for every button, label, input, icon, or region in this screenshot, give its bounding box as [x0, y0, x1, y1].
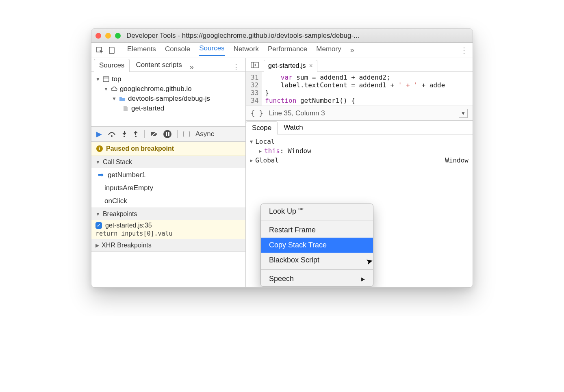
debugger-toolbar: ▶ Async	[91, 126, 245, 142]
line-number: 31	[251, 74, 258, 81]
resume-icon[interactable]: ▶	[96, 130, 102, 139]
paused-text: Paused on breakpoint	[106, 145, 174, 152]
tab-memory[interactable]: Memory	[316, 45, 341, 56]
menu-speech[interactable]: Speech ▶	[261, 271, 373, 286]
tree-top[interactable]: ▼ top	[93, 74, 244, 84]
xhr-breakpoints-header[interactable]: ▶ XHR Breakpoints	[91, 239, 245, 251]
tree-domain-label: googlechrome.github.io	[120, 85, 192, 93]
deactivate-breakpoints-icon[interactable]	[150, 131, 158, 137]
subtabs-kebab-icon[interactable]: ⋮	[229, 63, 243, 71]
scope-local[interactable]: ▼ Local	[250, 137, 469, 146]
stack-frame-2[interactable]: onClick	[91, 195, 245, 208]
tab-network[interactable]: Network	[234, 45, 259, 56]
stack-frame-0[interactable]: getNumber1	[91, 168, 245, 182]
menu-restart-frame[interactable]: Restart Frame	[261, 223, 373, 238]
chevron-down-icon: ▼	[112, 96, 117, 102]
breakpoint-label: get-started.js:35	[105, 222, 152, 229]
menu-copy-stack-trace[interactable]: Copy Stack Trace	[261, 238, 373, 253]
chevron-down-icon: ▼	[95, 76, 100, 82]
line-number: 33	[251, 89, 258, 97]
main-tabbar: Elements Console Sources Network Perform…	[91, 43, 473, 58]
tab-watch[interactable]: Watch	[278, 121, 309, 134]
async-label: Async	[195, 130, 214, 138]
chevron-right-icon: ▶	[250, 158, 253, 163]
subtab-sources[interactable]: Sources	[94, 59, 130, 72]
folder-icon	[119, 96, 126, 102]
zoom-window-icon[interactable]	[115, 33, 121, 39]
menu-divider	[261, 269, 373, 270]
menu-look-up[interactable]: Look Up ""	[261, 204, 373, 219]
titlebar: Developer Tools - https://googlechrome.g…	[91, 29, 473, 43]
tab-console[interactable]: Console	[165, 45, 190, 56]
editor-dropdown-icon[interactable]: ▼	[459, 109, 468, 118]
toggle-navigator-icon[interactable]	[248, 60, 261, 70]
close-tab-icon[interactable]: ×	[309, 62, 312, 69]
pretty-print-icon[interactable]: { }	[251, 109, 263, 117]
scope-global[interactable]: ▶ Global Window	[250, 156, 469, 165]
tab-scope[interactable]: Scope	[246, 121, 278, 134]
tree-folder[interactable]: ▼ devtools-samples/debug-js	[93, 94, 244, 104]
file-tab[interactable]: get-started.js ×	[264, 60, 317, 72]
step-over-icon[interactable]	[108, 131, 116, 137]
settings-kebab-icon[interactable]: ⋮	[460, 46, 468, 55]
left-subtabs: Sources Content scripts » ⋮	[91, 58, 245, 72]
menu-blackbox-script[interactable]: Blackbox Script	[261, 253, 373, 268]
breakpoints-section: ▼ Breakpoints ✓ get-started.js:35 return…	[91, 208, 245, 239]
stack-frame-1[interactable]: inputsAreEmpty	[91, 182, 245, 195]
cursor-position: Line 35, Column 3	[269, 109, 325, 117]
breakpoint-checkbox[interactable]: ✓	[95, 222, 102, 229]
subtabs-overflow-icon[interactable]: »	[190, 63, 194, 71]
line-gutter: 31 32 33 34	[246, 72, 262, 106]
svg-rect-1	[109, 47, 114, 54]
device-toggle-icon[interactable]	[108, 47, 115, 54]
menu-speech-label: Speech	[269, 275, 294, 283]
breakpoint-item[interactable]: ✓ get-started.js:35 return inputs[0].val…	[91, 220, 245, 239]
async-checkbox[interactable]	[183, 131, 190, 137]
inspect-element-icon[interactable]	[96, 47, 104, 54]
line-number: 32	[251, 81, 258, 89]
file-tab-label: get-started.js	[268, 62, 306, 69]
scope-this[interactable]: ▶ this: Window	[250, 146, 469, 156]
traffic-lights	[95, 33, 121, 39]
frame-icon	[103, 76, 109, 82]
xhr-breakpoints-label: XHR Breakpoints	[102, 242, 152, 249]
call-stack-header[interactable]: ▼ Call Stack	[91, 156, 245, 168]
code-text: sum = addend1 + addend2;	[293, 74, 390, 81]
close-window-icon[interactable]	[95, 33, 101, 39]
chevron-right-icon: ▶	[361, 276, 365, 282]
tabs-overflow-icon[interactable]: »	[350, 46, 354, 54]
breakpoints-header-label: Breakpoints	[103, 210, 137, 218]
scope-this-val: : Window	[280, 147, 311, 155]
chevron-right-icon: ▶	[259, 148, 262, 154]
code-text: ' + '	[398, 81, 418, 89]
step-into-icon[interactable]	[121, 130, 127, 138]
file-tabbar: get-started.js ×	[246, 58, 473, 72]
scope-local-label: Local	[255, 138, 275, 145]
stack-frame-label: getNumber1	[108, 171, 146, 179]
minimize-window-icon[interactable]	[105, 33, 111, 39]
pause-on-exceptions-icon[interactable]	[163, 130, 171, 138]
tab-sources[interactable]: Sources	[199, 44, 224, 56]
code-editor[interactable]: 31 32 33 34 var sum = addend1 + addend2;…	[246, 72, 473, 106]
code-text: }	[265, 89, 269, 97]
tab-performance[interactable]: Performance	[268, 45, 307, 56]
info-icon: i	[96, 145, 103, 152]
call-stack-header-label: Call Stack	[103, 158, 132, 166]
tab-elements[interactable]: Elements	[127, 45, 156, 56]
breakpoints-header[interactable]: ▼ Breakpoints	[91, 208, 245, 220]
file-tree: ▼ top ▼ googlechrome.github.io ▼	[91, 72, 245, 126]
scope-global-val: Window	[445, 156, 469, 164]
context-menu: Look Up "" Restart Frame Copy Stack Trac…	[260, 204, 373, 287]
subtab-content-scripts[interactable]: Content scripts	[130, 58, 187, 71]
call-stack-section: ▼ Call Stack getNumber1 inputsAreEmpty o…	[91, 156, 245, 208]
scope-tabbar: Scope Watch	[246, 121, 473, 134]
chevron-down-icon: ▼	[95, 159, 100, 165]
step-out-icon[interactable]	[133, 130, 139, 138]
code-text: getNumber1() {	[296, 97, 355, 104]
svg-rect-2	[103, 77, 109, 82]
cloud-icon	[111, 86, 117, 92]
svg-point-4	[111, 135, 113, 137]
chevron-down-icon: ▼	[95, 211, 100, 217]
tree-file[interactable]: get-started	[93, 104, 244, 113]
tree-domain[interactable]: ▼ googlechrome.github.io	[93, 84, 244, 94]
